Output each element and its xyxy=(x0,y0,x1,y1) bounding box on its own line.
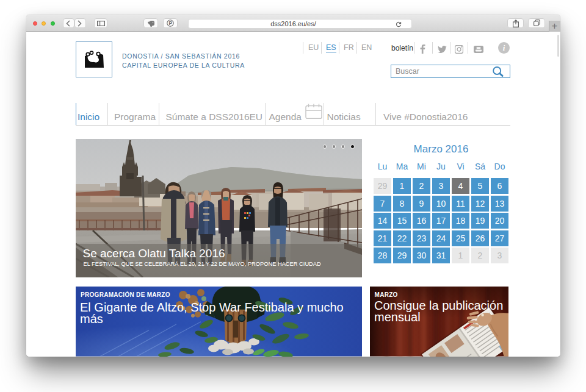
svg-text:P: P xyxy=(168,20,172,26)
